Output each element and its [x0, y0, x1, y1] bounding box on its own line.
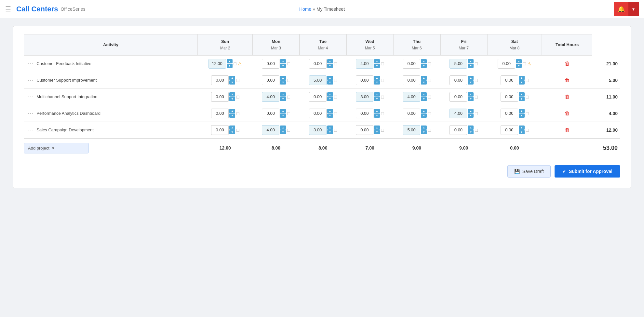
hour-input-r0-d4[interactable] — [403, 59, 420, 69]
hour-input-r2-d1[interactable] — [262, 92, 279, 102]
hour-input-r4-d1[interactable] — [262, 125, 279, 135]
spinner-down-r1-d2[interactable]: ▼ — [327, 80, 333, 85]
note-icon-r4-d3[interactable]: □ — [381, 127, 384, 133]
spinner-up-r4-d0[interactable]: ▲ — [229, 125, 235, 130]
spinner-down-r1-d3[interactable]: ▼ — [374, 80, 380, 85]
spinner-down-r0-d4[interactable]: ▼ — [421, 64, 427, 68]
note-icon-r1-d6[interactable]: □ — [526, 78, 529, 83]
hour-input-r2-d4[interactable] — [403, 92, 420, 102]
hour-input-r1-d0[interactable] — [211, 75, 229, 85]
note-icon-r0-d4[interactable]: □ — [428, 61, 431, 66]
spinner-up-r3-d3[interactable]: ▲ — [374, 109, 380, 113]
spinner-up-r3-d2[interactable]: ▲ — [327, 109, 333, 113]
spinner-up-r0-d5[interactable]: ▲ — [468, 59, 474, 63]
spinner-down-r2-d5[interactable]: ▼ — [468, 97, 474, 101]
note-icon-r3-d1[interactable]: □ — [287, 111, 290, 116]
note-icon-r1-d3[interactable]: □ — [381, 78, 384, 83]
save-draft-button[interactable]: 💾 Save Draft — [507, 165, 551, 178]
spinner-down-r3-d2[interactable]: ▼ — [327, 113, 333, 118]
hour-input-r2-d5[interactable] — [449, 92, 467, 102]
delete-row-button-4[interactable]: 🗑 — [563, 126, 571, 134]
submit-approval-button[interactable]: ✓ Submit for Approval — [555, 165, 620, 178]
note-icon-r0-d3[interactable]: □ — [381, 61, 384, 66]
note-icon-r4-d4[interactable]: □ — [428, 127, 431, 133]
spinner-up-r2-d6[interactable]: ▲ — [519, 92, 525, 97]
note-icon-r2-d5[interactable]: □ — [475, 94, 477, 99]
spinner-down-r1-d1[interactable]: ▼ — [280, 80, 286, 85]
note-icon-r2-d6[interactable]: □ — [526, 94, 529, 99]
note-icon-r2-d3[interactable]: □ — [381, 94, 384, 99]
spinner-up-r2-d1[interactable]: ▲ — [280, 92, 286, 97]
user-dropdown-button[interactable]: ▾ — [628, 2, 639, 16]
spinner-down-r4-d1[interactable]: ▼ — [280, 130, 286, 134]
delete-row-button-3[interactable]: 🗑 — [563, 110, 571, 117]
note-icon-r0-d1[interactable]: □ — [287, 61, 290, 66]
spinner-down-r2-d0[interactable]: ▼ — [229, 97, 235, 101]
spinner-down-r1-d0[interactable]: ▼ — [229, 80, 235, 85]
hour-input-r0-d6[interactable] — [498, 59, 515, 69]
spinner-up-r4-d5[interactable]: ▲ — [468, 125, 474, 130]
note-icon-r3-d3[interactable]: □ — [381, 111, 384, 116]
note-icon-r1-d0[interactable]: □ — [236, 78, 239, 83]
spinner-up-r3-d6[interactable]: ▲ — [519, 109, 525, 113]
note-icon-r3-d0[interactable]: □ — [236, 111, 239, 116]
note-icon-r3-d2[interactable]: □ — [334, 111, 337, 116]
spinner-up-r2-d4[interactable]: ▲ — [421, 92, 427, 97]
spinner-down-r1-d6[interactable]: ▼ — [519, 80, 525, 85]
spinner-down-r1-d4[interactable]: ▼ — [421, 80, 427, 85]
spinner-down-r0-d3[interactable]: ▼ — [374, 64, 380, 68]
note-icon-r4-d6[interactable]: □ — [526, 127, 529, 133]
hour-input-r3-d6[interactable] — [501, 109, 518, 118]
hour-input-r0-d2[interactable] — [309, 59, 327, 69]
hour-input-r0-d3[interactable] — [356, 59, 373, 69]
hour-input-r4-d3[interactable] — [356, 125, 373, 135]
hour-input-r3-d4[interactable] — [403, 109, 420, 118]
note-icon-r3-d6[interactable]: □ — [526, 111, 529, 116]
hour-input-r3-d3[interactable] — [356, 109, 373, 118]
note-icon-r0-d6[interactable]: □ — [523, 61, 526, 66]
spinner-down-r3-d6[interactable]: ▼ — [519, 113, 525, 118]
spinner-down-r4-d0[interactable]: ▼ — [229, 130, 235, 134]
notification-button[interactable]: 🔔 — [614, 2, 628, 16]
spinner-up-r2-d0[interactable]: ▲ — [229, 92, 235, 97]
spinner-up-r1-d6[interactable]: ▲ — [519, 76, 525, 80]
note-icon-r0-d5[interactable]: □ — [475, 61, 477, 66]
note-icon-r4-d2[interactable]: □ — [334, 127, 337, 133]
spinner-up-r0-d3[interactable]: ▲ — [374, 59, 380, 63]
spinner-down-r0-d5[interactable]: ▼ — [468, 64, 474, 68]
note-icon-r4-d5[interactable]: □ — [475, 127, 477, 133]
note-icon-r2-d4[interactable]: □ — [428, 94, 431, 99]
hour-input-r4-d2[interactable] — [309, 125, 327, 135]
spinner-down-r1-d5[interactable]: ▼ — [468, 80, 474, 85]
spinner-up-r0-d2[interactable]: ▲ — [327, 59, 333, 63]
hour-input-r3-d2[interactable] — [309, 109, 327, 118]
spinner-up-r2-d5[interactable]: ▲ — [468, 92, 474, 97]
activity-menu-icon[interactable]: ··· — [28, 127, 34, 133]
spinner-down-r0-d0[interactable]: ▼ — [227, 64, 233, 68]
add-project-button[interactable]: Add project ▾ — [24, 143, 89, 153]
note-icon-r1-d1[interactable]: □ — [287, 78, 290, 83]
hour-input-r1-d3[interactable] — [356, 75, 373, 85]
delete-row-button-2[interactable]: 🗑 — [563, 93, 571, 100]
spinner-down-r3-d1[interactable]: ▼ — [280, 113, 286, 118]
spinner-up-r3-d0[interactable]: ▲ — [229, 109, 235, 113]
hour-input-r2-d0[interactable] — [211, 92, 229, 102]
hour-input-r1-d5[interactable] — [449, 75, 467, 85]
spinner-down-r2-d3[interactable]: ▼ — [374, 97, 380, 101]
breadcrumb-home[interactable]: Home — [299, 7, 311, 12]
note-icon-r2-d0[interactable]: □ — [236, 94, 239, 99]
spinner-up-r1-d1[interactable]: ▲ — [280, 76, 286, 80]
hour-input-r4-d6[interactable] — [501, 125, 518, 135]
spinner-down-r2-d6[interactable]: ▼ — [519, 97, 525, 101]
note-icon-r1-d5[interactable]: □ — [475, 78, 477, 83]
note-icon-r2-d2[interactable]: □ — [334, 94, 337, 99]
activity-menu-icon[interactable]: ··· — [28, 77, 34, 83]
hour-input-r4-d0[interactable] — [211, 125, 229, 135]
spinner-down-r4-d6[interactable]: ▼ — [519, 130, 525, 134]
spinner-up-r0-d0[interactable]: ▲ — [227, 59, 233, 63]
hour-input-r1-d4[interactable] — [403, 75, 420, 85]
menu-icon[interactable]: ☰ — [5, 5, 11, 13]
delete-row-button-1[interactable]: 🗑 — [563, 77, 571, 84]
hour-input-r3-d1[interactable] — [262, 109, 279, 118]
hour-input-r1-d2[interactable] — [309, 75, 327, 85]
